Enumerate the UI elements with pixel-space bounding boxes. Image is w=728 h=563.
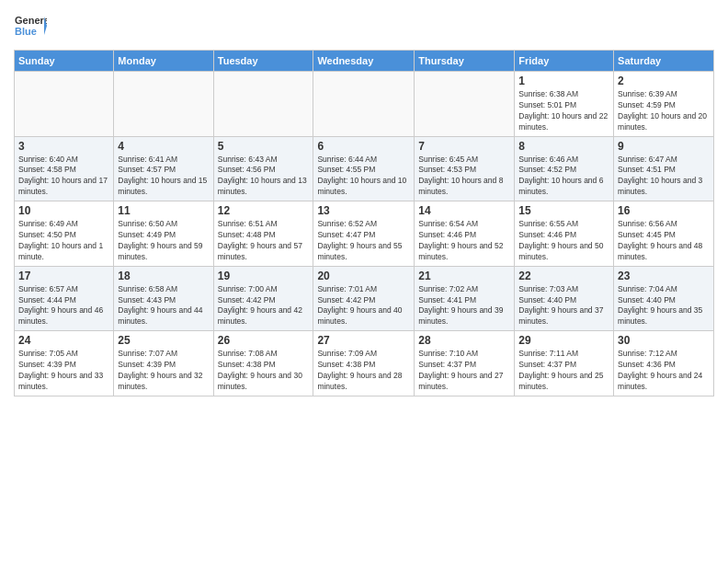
day-number: 5 xyxy=(218,140,310,153)
day-number: 30 xyxy=(618,334,710,347)
calendar-cell: 6 Sunrise: 6:44 AMSunset: 4:55 PMDayligh… xyxy=(313,136,415,201)
logo-svg: General Blue xyxy=(14,9,47,42)
day-info: Sunrise: 6:38 AMSunset: 5:01 PMDaylight:… xyxy=(518,89,609,133)
day-number: 15 xyxy=(518,204,609,217)
day-number: 7 xyxy=(418,140,510,153)
day-number: 18 xyxy=(118,270,209,282)
day-info: Sunrise: 7:09 AMSunset: 4:38 PMDaylight:… xyxy=(317,349,410,393)
calendar-header-wednesday: Wednesday xyxy=(313,51,415,72)
day-number: 22 xyxy=(518,270,609,282)
page: General Blue SundayMondayTuesdayWednesda… xyxy=(0,0,728,563)
day-info: Sunrise: 6:41 AMSunset: 4:57 PMDaylight:… xyxy=(118,155,209,199)
calendar-cell: 15 Sunrise: 6:55 AMSunset: 4:46 PMDaylig… xyxy=(515,201,614,267)
day-number: 25 xyxy=(118,334,209,347)
day-info: Sunrise: 7:11 AMSunset: 4:37 PMDaylight:… xyxy=(518,349,609,393)
day-info: Sunrise: 7:00 AMSunset: 4:42 PMDaylight:… xyxy=(218,284,310,328)
calendar-cell: 8 Sunrise: 6:46 AMSunset: 4:52 PMDayligh… xyxy=(515,136,614,201)
calendar-cell: 29 Sunrise: 7:11 AMSunset: 4:37 PMDaylig… xyxy=(515,331,614,396)
day-info: Sunrise: 7:10 AMSunset: 4:37 PMDaylight:… xyxy=(418,349,510,393)
day-number: 13 xyxy=(317,204,410,217)
day-number: 19 xyxy=(218,270,310,282)
day-number: 10 xyxy=(18,204,109,217)
calendar-cell: 10 Sunrise: 6:49 AMSunset: 4:50 PMDaylig… xyxy=(15,201,114,267)
calendar-week-1: 1 Sunrise: 6:38 AMSunset: 5:01 PMDayligh… xyxy=(15,72,714,137)
calendar-cell: 2 Sunrise: 6:39 AMSunset: 4:59 PMDayligh… xyxy=(614,72,714,137)
day-number: 23 xyxy=(618,270,710,282)
calendar-cell: 12 Sunrise: 6:51 AMSunset: 4:48 PMDaylig… xyxy=(213,201,313,267)
day-number: 14 xyxy=(418,204,510,217)
day-info: Sunrise: 6:40 AMSunset: 4:58 PMDaylight:… xyxy=(18,155,109,199)
calendar-header-row: SundayMondayTuesdayWednesdayThursdayFrid… xyxy=(15,51,714,72)
calendar-cell: 13 Sunrise: 6:52 AMSunset: 4:47 PMDaylig… xyxy=(313,201,415,267)
svg-text:Blue: Blue xyxy=(15,26,37,37)
day-info: Sunrise: 7:07 AMSunset: 4:39 PMDaylight:… xyxy=(118,349,209,393)
day-info: Sunrise: 6:45 AMSunset: 4:53 PMDaylight:… xyxy=(418,155,510,199)
calendar-cell: 7 Sunrise: 6:45 AMSunset: 4:53 PMDayligh… xyxy=(415,136,515,201)
calendar-cell: 22 Sunrise: 7:03 AMSunset: 4:40 PMDaylig… xyxy=(515,266,614,331)
day-number: 1 xyxy=(518,75,609,87)
day-info: Sunrise: 6:57 AMSunset: 4:44 PMDaylight:… xyxy=(18,284,109,328)
calendar: SundayMondayTuesdayWednesdayThursdayFrid… xyxy=(14,50,714,396)
day-number: 2 xyxy=(618,75,710,87)
day-number: 3 xyxy=(18,140,109,153)
day-info: Sunrise: 6:39 AMSunset: 4:59 PMDaylight:… xyxy=(618,89,710,133)
calendar-cell: 18 Sunrise: 6:58 AMSunset: 4:43 PMDaylig… xyxy=(114,266,213,331)
calendar-header-monday: Monday xyxy=(114,51,213,72)
day-number: 9 xyxy=(618,140,710,153)
calendar-week-5: 24 Sunrise: 7:05 AMSunset: 4:39 PMDaylig… xyxy=(15,331,714,396)
calendar-header-thursday: Thursday xyxy=(415,51,515,72)
day-info: Sunrise: 6:44 AMSunset: 4:55 PMDaylight:… xyxy=(317,155,410,199)
day-info: Sunrise: 6:56 AMSunset: 4:45 PMDaylight:… xyxy=(618,219,710,263)
day-info: Sunrise: 7:04 AMSunset: 4:40 PMDaylight:… xyxy=(618,284,710,328)
calendar-cell: 23 Sunrise: 7:04 AMSunset: 4:40 PMDaylig… xyxy=(614,266,714,331)
day-number: 20 xyxy=(317,270,410,282)
calendar-cell: 19 Sunrise: 7:00 AMSunset: 4:42 PMDaylig… xyxy=(213,266,313,331)
day-number: 11 xyxy=(118,204,209,217)
day-info: Sunrise: 6:51 AMSunset: 4:48 PMDaylight:… xyxy=(218,219,310,263)
day-number: 8 xyxy=(518,140,609,153)
day-number: 27 xyxy=(317,334,410,347)
day-info: Sunrise: 6:47 AMSunset: 4:51 PMDaylight:… xyxy=(618,155,710,199)
day-number: 29 xyxy=(518,334,609,347)
day-info: Sunrise: 6:52 AMSunset: 4:47 PMDaylight:… xyxy=(317,219,410,263)
calendar-cell: 11 Sunrise: 6:50 AMSunset: 4:49 PMDaylig… xyxy=(114,201,213,267)
calendar-header-saturday: Saturday xyxy=(614,51,714,72)
day-info: Sunrise: 6:43 AMSunset: 4:56 PMDaylight:… xyxy=(218,155,310,199)
calendar-cell: 28 Sunrise: 7:10 AMSunset: 4:37 PMDaylig… xyxy=(415,331,515,396)
calendar-cell: 26 Sunrise: 7:08 AMSunset: 4:38 PMDaylig… xyxy=(213,331,313,396)
day-number: 28 xyxy=(418,334,510,347)
day-info: Sunrise: 7:12 AMSunset: 4:36 PMDaylight:… xyxy=(618,349,710,393)
calendar-cell: 20 Sunrise: 7:01 AMSunset: 4:42 PMDaylig… xyxy=(313,266,415,331)
day-info: Sunrise: 7:03 AMSunset: 4:40 PMDaylight:… xyxy=(518,284,609,328)
calendar-cell: 4 Sunrise: 6:41 AMSunset: 4:57 PMDayligh… xyxy=(114,136,213,201)
calendar-cell: 25 Sunrise: 7:07 AMSunset: 4:39 PMDaylig… xyxy=(114,331,213,396)
day-info: Sunrise: 6:50 AMSunset: 4:49 PMDaylight:… xyxy=(118,219,209,263)
day-info: Sunrise: 7:01 AMSunset: 4:42 PMDaylight:… xyxy=(317,284,410,328)
calendar-cell: 1 Sunrise: 6:38 AMSunset: 5:01 PMDayligh… xyxy=(515,72,614,137)
calendar-cell xyxy=(313,72,415,137)
day-info: Sunrise: 6:49 AMSunset: 4:50 PMDaylight:… xyxy=(18,219,109,263)
calendar-header-tuesday: Tuesday xyxy=(213,51,313,72)
calendar-cell: 14 Sunrise: 6:54 AMSunset: 4:46 PMDaylig… xyxy=(415,201,515,267)
calendar-cell: 9 Sunrise: 6:47 AMSunset: 4:51 PMDayligh… xyxy=(614,136,714,201)
calendar-cell: 16 Sunrise: 6:56 AMSunset: 4:45 PMDaylig… xyxy=(614,201,714,267)
calendar-header-sunday: Sunday xyxy=(15,51,114,72)
calendar-cell: 30 Sunrise: 7:12 AMSunset: 4:36 PMDaylig… xyxy=(614,331,714,396)
calendar-cell: 17 Sunrise: 6:57 AMSunset: 4:44 PMDaylig… xyxy=(15,266,114,331)
day-info: Sunrise: 6:55 AMSunset: 4:46 PMDaylight:… xyxy=(518,219,609,263)
day-info: Sunrise: 7:02 AMSunset: 4:41 PMDaylight:… xyxy=(418,284,510,328)
calendar-cell: 5 Sunrise: 6:43 AMSunset: 4:56 PMDayligh… xyxy=(213,136,313,201)
day-number: 21 xyxy=(418,270,510,282)
calendar-cell xyxy=(114,72,213,137)
calendar-cell: 21 Sunrise: 7:02 AMSunset: 4:41 PMDaylig… xyxy=(415,266,515,331)
day-info: Sunrise: 7:05 AMSunset: 4:39 PMDaylight:… xyxy=(18,349,109,393)
day-info: Sunrise: 6:54 AMSunset: 4:46 PMDaylight:… xyxy=(418,219,510,263)
calendar-cell: 3 Sunrise: 6:40 AMSunset: 4:58 PMDayligh… xyxy=(15,136,114,201)
calendar-cell: 27 Sunrise: 7:09 AMSunset: 4:38 PMDaylig… xyxy=(313,331,415,396)
day-number: 26 xyxy=(218,334,310,347)
day-info: Sunrise: 7:08 AMSunset: 4:38 PMDaylight:… xyxy=(218,349,310,393)
day-number: 16 xyxy=(618,204,710,217)
day-number: 24 xyxy=(18,334,109,347)
day-number: 12 xyxy=(218,204,310,217)
calendar-cell: 24 Sunrise: 7:05 AMSunset: 4:39 PMDaylig… xyxy=(15,331,114,396)
